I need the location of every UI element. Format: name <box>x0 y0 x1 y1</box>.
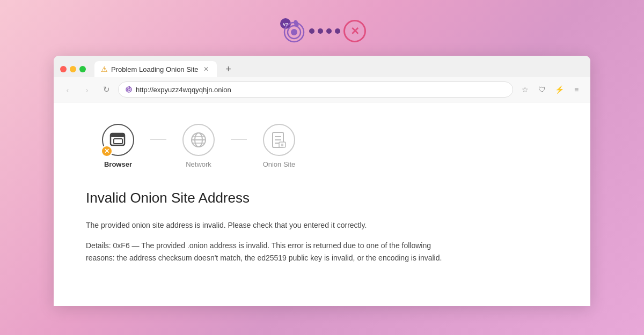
forward-button[interactable]: › <box>79 82 94 97</box>
extension-button[interactable]: ⚡ <box>552 82 567 97</box>
network-label: Network <box>186 160 211 168</box>
onionsite-label: Onion Site <box>263 160 296 168</box>
svg-rect-11 <box>111 133 125 137</box>
browser-error-badge: ✕ <box>101 145 113 157</box>
address-onion-icon <box>125 85 133 94</box>
connector-1 <box>150 139 166 140</box>
network-status-item: Network <box>166 124 231 168</box>
error-description: The provided onion site address is inval… <box>86 219 462 231</box>
browser-window: ⚠ Problem Loading Onion Site ✕ + ‹ › ↻ h… <box>54 56 590 306</box>
maximize-window-button[interactable] <box>79 66 86 72</box>
onionsite-icon-circle <box>263 124 295 156</box>
connection-dot-1 <box>309 28 314 34</box>
svg-rect-22 <box>279 142 286 147</box>
minimize-window-button[interactable] <box>70 66 76 72</box>
nav-right-icons: ☆ 🛡 ⚡ ≡ <box>517 82 584 97</box>
connection-dot-3 <box>326 28 332 34</box>
onionsite-status-item: Onion Site <box>247 124 311 168</box>
bookmark-button[interactable]: ☆ <box>517 82 532 97</box>
address-url: http://expyuzz4wqqyqhjn.onion <box>136 86 231 94</box>
nav-bar: ‹ › ↻ http://expyuzz4wqqyqhjn.onion ☆ 🛡 … <box>54 77 590 102</box>
address-bar[interactable]: http://expyuzz4wqqyqhjn.onion <box>118 81 513 98</box>
browser-status-item: ✕ Browser <box>86 124 150 168</box>
svg-rect-12 <box>114 139 122 144</box>
traffic-lights <box>60 66 86 72</box>
connection-dot-2 <box>318 28 323 34</box>
svg-point-8 <box>128 89 129 90</box>
error-details: Details: 0xF6 — The provided .onion addr… <box>86 240 462 264</box>
svg-point-4 <box>291 29 297 35</box>
tor-diagram: V2 ✕ <box>278 16 366 46</box>
connector-2 <box>231 139 247 140</box>
title-bar: ⚠ Problem Loading Onion Site ✕ + <box>54 56 590 77</box>
network-icon-circle <box>182 124 215 156</box>
refresh-button[interactable]: ↻ <box>99 82 114 97</box>
tor-onion-icon: V2 <box>278 16 306 46</box>
status-icons-row: ✕ Browser Network <box>86 124 558 168</box>
new-tab-button[interactable]: + <box>221 62 236 77</box>
menu-button[interactable]: ≡ <box>569 82 584 97</box>
browser-icon-circle: ✕ <box>102 124 134 156</box>
back-button[interactable]: ‹ <box>60 82 75 97</box>
connection-dot-4 <box>335 28 340 34</box>
error-title: Invalid Onion Site Address <box>86 190 558 206</box>
tab-warning-icon: ⚠ <box>101 65 108 73</box>
page-content: ✕ Browser Network <box>54 102 590 306</box>
active-tab[interactable]: ⚠ Problem Loading Onion Site ✕ <box>94 61 217 77</box>
shield-button[interactable]: 🛡 <box>535 82 550 97</box>
browser-label: Browser <box>104 160 132 168</box>
tab-title: Problem Loading Onion Site <box>111 65 199 73</box>
close-window-button[interactable] <box>60 66 67 72</box>
connection-error-icon: ✕ <box>343 20 366 42</box>
tab-close-button[interactable]: ✕ <box>202 65 210 73</box>
